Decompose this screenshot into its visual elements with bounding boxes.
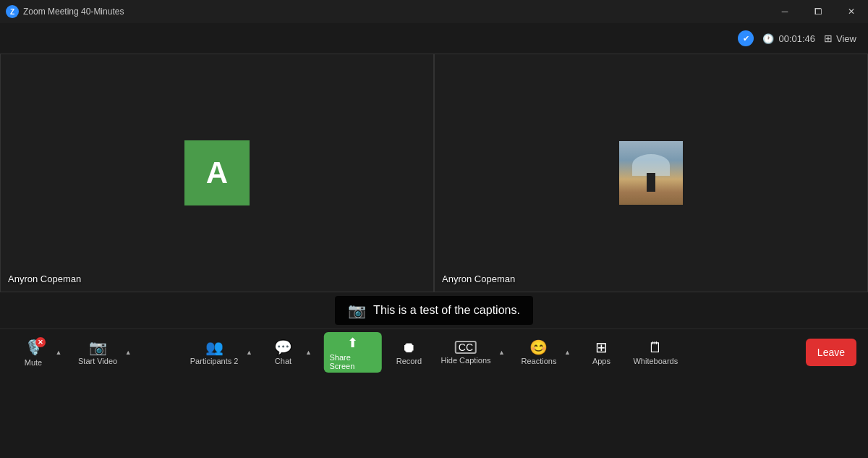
apps-label: Apps — [592, 357, 610, 365]
leave-button[interactable]: Leave — [806, 339, 856, 366]
video-panel-2: Anyron Copeman — [434, 54, 868, 292]
participants-button[interactable]: 👥 Participants 2 — [186, 332, 243, 373]
reactions-icon: 😊 — [529, 340, 548, 355]
whiteboards-group: 🗒 Whiteboards — [629, 332, 682, 373]
avatar-letter-1: A — [184, 140, 250, 205]
video-icon: 📷 — [89, 340, 107, 355]
captions-label: Hide Captions — [441, 356, 490, 365]
chat-icon: 💬 — [274, 340, 292, 355]
title-bar: Z Zoom Meeting 40-Minutes ─ ⧠ ✕ — [0, 0, 868, 23]
avatar-photo-2 — [619, 141, 683, 205]
mic-icon: 🎙️ ✕ — [25, 339, 43, 356]
meeting-bar: ✔ 🕐 00:01:46 ⊞ View — [0, 23, 868, 54]
shield-icon: ✔ — [738, 30, 754, 46]
video-caret[interactable]: ▲ — [122, 332, 135, 373]
toolbar-center: 👥 Participants 2 ▲ 💬 Chat ▲ ⬆ Share Scre… — [183, 332, 685, 373]
mute-group: 🎙️ ✕ Mute ▲ — [14, 332, 65, 373]
minimize-button[interactable]: ─ — [768, 0, 801, 23]
chat-label: Chat — [275, 357, 292, 365]
meeting-info: ✔ — [738, 30, 754, 46]
captions-caret[interactable]: ▲ — [495, 332, 509, 373]
caption-text: This is a test of the captions. — [373, 304, 520, 317]
participants-label: Participants 2 — [190, 357, 239, 365]
video-area: A Anyron Copeman Anyron Copeman — [0, 54, 868, 292]
mute-label: Mute — [25, 358, 42, 367]
mute-caret[interactable]: ▲ — [52, 332, 65, 373]
record-label: Record — [396, 357, 422, 365]
view-button[interactable]: ⊞ View — [824, 33, 856, 44]
apps-button[interactable]: ⊞ Apps — [582, 332, 620, 373]
chat-button[interactable]: 💬 Chat — [264, 332, 302, 373]
chat-group: 💬 Chat ▲ — [264, 332, 315, 373]
reactions-button[interactable]: 😊 Reactions — [517, 332, 561, 373]
participant-name-1: Anyron Copeman — [8, 273, 81, 284]
zoom-logo: Z — [6, 5, 19, 18]
share-icon: ⬆ — [347, 335, 358, 351]
window-title: Zoom Meeting 40-Minutes — [23, 7, 124, 17]
apps-group: ⊞ Apps — [582, 332, 620, 373]
caption-icon: 📷 — [348, 302, 366, 319]
participant-name-2: Anyron Copeman — [442, 273, 515, 284]
toolbar-left: 🎙️ ✕ Mute ▲ 📷 Start Video ▲ — [12, 332, 137, 373]
chat-caret[interactable]: ▲ — [302, 332, 315, 373]
record-group: ⏺ Record — [390, 332, 427, 373]
toolbar: 🎙️ ✕ Mute ▲ 📷 Start Video ▲ 👥 Participan… — [0, 328, 868, 376]
share-group: ⬆ Share Screen — [323, 332, 381, 373]
toolbar-right: Leave — [806, 339, 856, 366]
record-button[interactable]: ⏺ Record — [390, 332, 427, 373]
restore-button[interactable]: ⧠ — [801, 0, 835, 23]
timer-display: 🕐 00:01:46 — [762, 33, 815, 44]
reactions-group: 😊 Reactions ▲ — [517, 332, 574, 373]
video-panel-1: A Anyron Copeman — [0, 54, 434, 292]
start-video-label: Start Video — [78, 357, 117, 365]
share-screen-button[interactable]: ⬆ Share Screen — [323, 332, 381, 373]
start-video-button[interactable]: 📷 Start Video — [74, 332, 122, 373]
close-button[interactable]: ✕ — [835, 0, 868, 23]
captions-group: CC Hide Captions ▲ — [436, 332, 508, 373]
whiteboards-icon: 🗒 — [648, 340, 663, 355]
caption-box: 📷 This is a test of the captions. — [335, 296, 533, 325]
captions-icon: CC — [455, 341, 477, 354]
reactions-label: Reactions — [522, 357, 557, 365]
window-controls: ─ ⧠ ✕ — [768, 0, 868, 23]
apps-icon: ⊞ — [595, 340, 608, 355]
mic-slash-icon: ✕ — [35, 337, 46, 347]
participants-icon: 👥 — [205, 340, 224, 355]
caption-bar: 📷 This is a test of the captions. — [0, 292, 868, 328]
video-group: 📷 Start Video ▲ — [74, 332, 135, 373]
whiteboards-button[interactable]: 🗒 Whiteboards — [629, 332, 682, 373]
whiteboards-label: Whiteboards — [633, 357, 678, 365]
record-icon: ⏺ — [401, 340, 416, 355]
participants-caret[interactable]: ▲ — [242, 332, 255, 373]
reactions-caret[interactable]: ▲ — [561, 332, 574, 373]
mute-button[interactable]: 🎙️ ✕ Mute — [14, 332, 52, 373]
hide-captions-button[interactable]: CC Hide Captions — [436, 332, 495, 373]
share-label: Share Screen — [329, 353, 375, 370]
participants-group: 👥 Participants 2 ▲ — [186, 332, 256, 373]
